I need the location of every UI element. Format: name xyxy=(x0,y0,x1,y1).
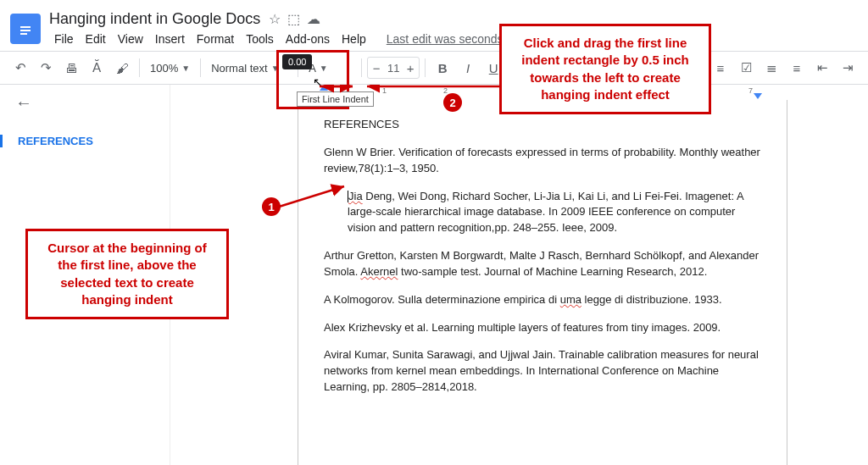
annotation-callout-2: Click and drag the first line indent rec… xyxy=(499,24,711,114)
increase-indent-button[interactable]: ⇥ xyxy=(836,56,860,80)
reference-entry: Arthur Gretton, Karsten M Borgwardt, Mal… xyxy=(324,248,765,280)
ruler-mark-7: 7 xyxy=(748,86,753,95)
annotation-badge-1: 1 xyxy=(262,197,281,216)
right-indent-marker[interactable] xyxy=(754,93,762,99)
document-title[interactable]: Hanging indent in Google Docs xyxy=(49,10,260,28)
document-canvas[interactable]: REFERENCES Glenn W Brier. Verification o… xyxy=(298,100,787,465)
svg-rect-2 xyxy=(20,33,27,35)
move-icon[interactable]: ⬚ xyxy=(287,11,300,27)
annotation-badge-2: 2 xyxy=(443,93,462,112)
menu-view[interactable]: View xyxy=(113,30,148,48)
font-size-decrease-button[interactable]: − xyxy=(368,56,385,80)
reference-entry: Alex Krizhevsky et al. Learning multiple… xyxy=(324,320,765,336)
reference-entry: A Kolmogorov. Sulla determinazione empir… xyxy=(324,292,765,308)
toolbar: ↶ ↷ 🖶 Ӑ 🖌 100%▼ Normal text▼ A▼ − 11 + B… xyxy=(0,51,868,85)
paint-format-button[interactable]: 🖌 xyxy=(110,56,134,80)
outline-item-references[interactable]: REFERENCES xyxy=(0,135,170,147)
menu-edit[interactable]: Edit xyxy=(81,30,111,48)
menu-addons[interactable]: Add-ons xyxy=(281,30,335,48)
first-line-indent-tooltip: First Line Indent xyxy=(297,91,374,107)
doc-heading: REFERENCES xyxy=(324,117,765,133)
menu-insert[interactable]: Insert xyxy=(150,30,190,48)
reference-entry: Aviral Kumar, Sunita Sarawagi, and Ujjwa… xyxy=(324,347,765,396)
menu-format[interactable]: Format xyxy=(192,30,239,48)
font-size-increase-button[interactable]: + xyxy=(402,56,419,80)
docs-logo-icon[interactable] xyxy=(10,14,41,44)
ruler-mark-2: 2 xyxy=(443,86,448,95)
checklist-button[interactable]: ☑ xyxy=(734,56,758,80)
undo-button[interactable]: ↶ xyxy=(8,56,32,80)
bulleted-list-button[interactable]: ≣ xyxy=(760,56,783,80)
italic-button[interactable]: I xyxy=(456,56,480,80)
zoom-dropdown[interactable]: 100%▼ xyxy=(145,56,195,80)
indent-value-tooltip: 0.00 xyxy=(282,54,312,69)
menu-help[interactable]: Help xyxy=(337,30,371,48)
mouse-cursor-icon: ↖ xyxy=(313,75,323,89)
redo-button[interactable]: ↷ xyxy=(34,56,58,80)
svg-rect-1 xyxy=(20,30,31,31)
menu-file[interactable]: File xyxy=(49,30,79,48)
ruler-mark-1: 1 xyxy=(382,86,387,95)
reference-entry-selected: Jia Deng, Wei Dong, Richard Socher, Li-J… xyxy=(324,189,765,237)
numbered-list-button[interactable]: ≡ xyxy=(785,56,809,80)
spellcheck-button[interactable]: Ӑ xyxy=(85,56,108,80)
cloud-icon[interactable]: ☁ xyxy=(307,11,320,27)
menu-bar: File Edit View Insert Format Tools Add-o… xyxy=(49,30,531,48)
star-icon[interactable]: ☆ xyxy=(269,11,281,27)
line-spacing-button[interactable]: ≡ xyxy=(709,56,732,80)
print-button[interactable]: 🖶 xyxy=(59,56,83,80)
decrease-indent-button[interactable]: ⇤ xyxy=(810,56,834,80)
menu-tools[interactable]: Tools xyxy=(241,30,279,48)
svg-rect-0 xyxy=(20,26,31,28)
annotation-callout-1: Cursor at the beginning of the first lin… xyxy=(25,229,229,319)
font-size-input[interactable]: 11 xyxy=(385,62,402,75)
reference-entry: Glenn W Brier. Verification of forecasts… xyxy=(324,145,765,177)
outline-back-button[interactable]: ← xyxy=(15,93,170,113)
bold-button[interactable]: B xyxy=(431,56,454,80)
